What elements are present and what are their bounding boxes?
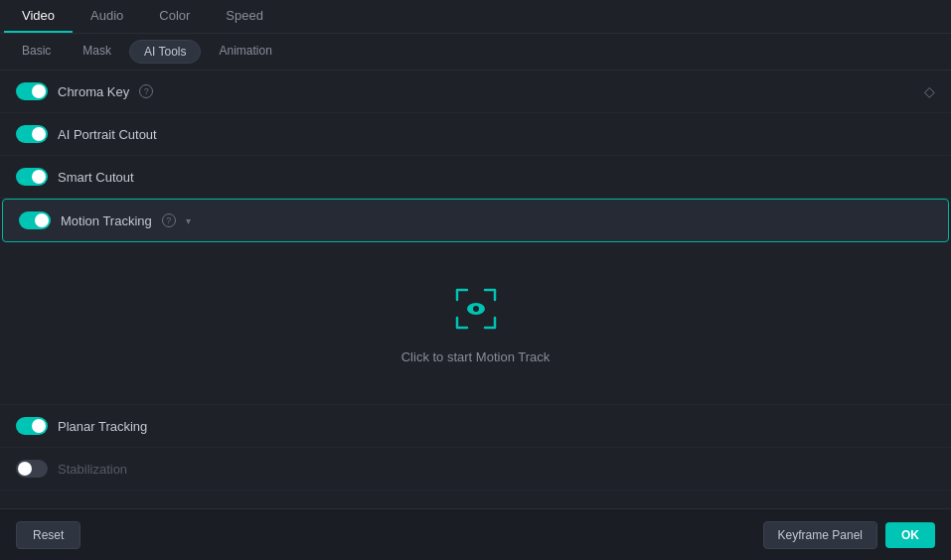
stabilization-row: Stabilization: [0, 448, 951, 490]
smart-cutout-toggle[interactable]: [16, 168, 48, 186]
tab-audio[interactable]: Audio: [73, 0, 141, 33]
stabilization-knob: [18, 462, 32, 476]
reset-button[interactable]: Reset: [16, 521, 80, 549]
motion-track-icon: [449, 282, 503, 336]
bottom-bar: Reset Keyframe Panel OK: [0, 508, 951, 560]
subtab-mask[interactable]: Mask: [69, 40, 125, 64]
chroma-key-toggle[interactable]: [16, 82, 48, 100]
motion-tracking-chevron-icon[interactable]: ▾: [186, 215, 191, 226]
svg-point-1: [473, 306, 479, 312]
keyframe-panel-button[interactable]: Keyframe Panel: [763, 521, 877, 549]
stabilization-label: Stabilization: [58, 462, 127, 477]
smart-cutout-knob: [32, 170, 46, 184]
subtab-animation[interactable]: Animation: [205, 40, 285, 64]
subtab-basic[interactable]: Basic: [8, 40, 65, 64]
tab-color[interactable]: Color: [141, 0, 208, 33]
ai-portrait-row: AI Portrait Cutout: [0, 113, 951, 156]
smart-cutout-label: Smart Cutout: [58, 170, 134, 185]
planar-tracking-knob: [32, 419, 46, 433]
subtab-ai-tools[interactable]: AI Tools: [129, 40, 201, 64]
sub-tabs: Basic Mask AI Tools Animation: [0, 34, 951, 70]
smart-cutout-row: Smart Cutout: [0, 156, 951, 199]
motion-track-icon-container: [449, 282, 503, 336]
motion-tracking-toggle[interactable]: [19, 211, 51, 229]
main-content: Chroma Key ? ◇ AI Portrait Cutout Smart …: [0, 70, 951, 491]
top-tabs: Video Audio Color Speed: [0, 0, 951, 34]
motion-tracking-knob: [35, 213, 49, 227]
motion-track-label: Click to start Motion Track: [401, 350, 551, 364]
chroma-key-label: Chroma Key: [58, 84, 129, 99]
planar-tracking-row: Planar Tracking: [0, 405, 951, 448]
tab-speed[interactable]: Speed: [208, 0, 281, 33]
motion-track-area[interactable]: Click to start Motion Track: [0, 242, 951, 405]
ai-portrait-knob: [32, 127, 46, 141]
tab-video[interactable]: Video: [4, 0, 73, 33]
motion-tracking-row: Motion Tracking ? ▾: [2, 199, 949, 242]
motion-tracking-label: Motion Tracking: [61, 213, 152, 228]
planar-tracking-label: Planar Tracking: [58, 419, 147, 434]
stabilization-toggle[interactable]: [16, 460, 48, 478]
chroma-key-help-icon[interactable]: ?: [139, 84, 153, 98]
chroma-key-knob: [32, 84, 46, 98]
ai-portrait-toggle[interactable]: [16, 125, 48, 143]
ok-button[interactable]: OK: [885, 522, 935, 548]
chroma-key-row: Chroma Key ? ◇: [0, 70, 951, 113]
bottom-right: Keyframe Panel OK: [763, 521, 935, 549]
planar-tracking-toggle[interactable]: [16, 417, 48, 435]
motion-tracking-help-icon[interactable]: ?: [162, 213, 176, 227]
chroma-key-diamond-icon[interactable]: ◇: [924, 83, 935, 99]
ai-portrait-label: AI Portrait Cutout: [58, 127, 157, 142]
